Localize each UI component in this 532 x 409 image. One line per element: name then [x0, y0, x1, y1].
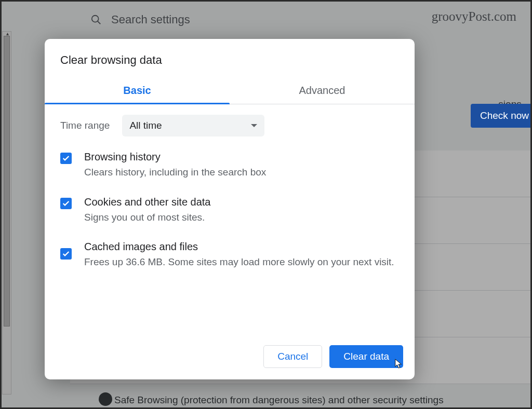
- time-range-label: Time range: [60, 120, 110, 131]
- option-cached: Cached images and files Frees up 36.6 MB…: [60, 241, 399, 269]
- option-text: Cached images and files Frees up 36.6 MB…: [84, 241, 394, 269]
- checkbox-browsing-history[interactable]: [60, 153, 72, 164]
- option-title: Cached images and files: [84, 241, 394, 253]
- option-text: Browsing history Clears history, includi…: [84, 151, 266, 180]
- tab-advanced[interactable]: Advanced: [230, 77, 415, 104]
- option-text: Cookies and other site data Signs you ou…: [84, 196, 211, 225]
- check-icon: [62, 199, 70, 208]
- option-description: Frees up 36.6 MB. Some sites may load mo…: [84, 255, 394, 269]
- mouse-cursor-icon: [394, 358, 404, 370]
- chevron-down-icon: [251, 124, 257, 127]
- time-range-select[interactable]: All time: [122, 115, 264, 137]
- time-range-value: All time: [129, 120, 162, 131]
- dialog-title: Clear browsing data: [45, 39, 415, 77]
- dialog-body: Time range All time Browsing history Cle…: [45, 104, 415, 338]
- option-description: Signs you out of most sites.: [84, 210, 211, 225]
- time-range-row: Time range All time: [60, 115, 399, 137]
- option-title: Cookies and other site data: [84, 196, 211, 208]
- dialog-footer: Cancel Clear data: [45, 338, 415, 379]
- option-description: Clears history, including in the search …: [84, 165, 266, 180]
- option-browsing-history: Browsing history Clears history, includi…: [60, 151, 399, 180]
- clear-data-button[interactable]: Clear data: [329, 345, 403, 368]
- checkbox-cached[interactable]: [60, 248, 72, 260]
- checkbox-cookies[interactable]: [60, 198, 72, 209]
- option-cookies: Cookies and other site data Signs you ou…: [60, 196, 399, 225]
- check-icon: [62, 250, 70, 258]
- cancel-button[interactable]: Cancel: [263, 345, 322, 368]
- option-title: Browsing history: [84, 151, 266, 163]
- clear-data-label: Clear data: [343, 351, 389, 362]
- dialog-tabs: Basic Advanced: [45, 77, 415, 104]
- check-now-button[interactable]: Check now: [471, 104, 532, 128]
- tab-basic[interactable]: Basic: [45, 77, 230, 104]
- clear-browsing-data-dialog: Clear browsing data Basic Advanced Time …: [45, 39, 415, 379]
- check-icon: [62, 154, 70, 162]
